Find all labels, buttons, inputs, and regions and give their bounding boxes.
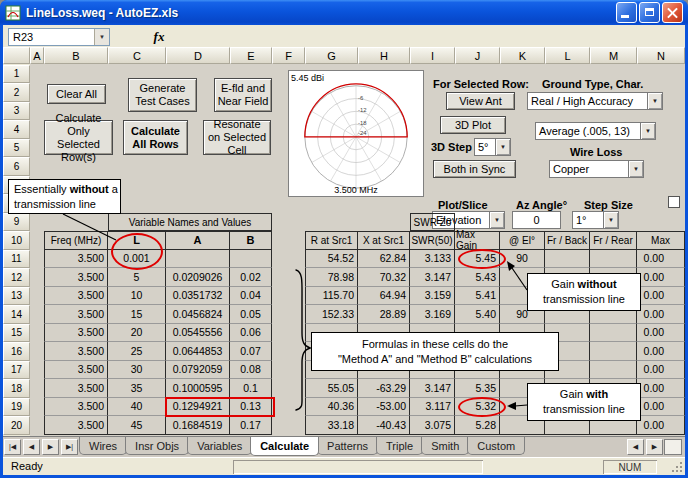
cell-max[interactable]: 0.00 bbox=[637, 268, 685, 287]
cell-swr[interactable]: 3.147 bbox=[410, 268, 455, 287]
cell-r[interactable]: 54.52 bbox=[305, 250, 358, 269]
tab-custom[interactable]: Custom bbox=[467, 437, 525, 455]
row-header-3[interactable]: 3 bbox=[3, 102, 30, 121]
cell-freq[interactable]: 3.500 bbox=[44, 287, 108, 306]
cell-fr[interactable] bbox=[590, 361, 637, 380]
cell-b[interactable]: 0.05 bbox=[230, 305, 272, 324]
chevron-down-icon[interactable]: ▼ bbox=[489, 212, 504, 228]
row-header-10[interactable]: 10 bbox=[3, 231, 30, 250]
name-box[interactable]: R23 ▼ bbox=[8, 28, 110, 46]
cell-l[interactable]: 45 bbox=[108, 416, 166, 435]
cell-max[interactable]: 0.00 bbox=[637, 379, 685, 398]
cell-x[interactable]: 62.84 bbox=[358, 250, 410, 269]
cell-swr[interactable]: 3.169 bbox=[410, 305, 455, 324]
select-all-corner[interactable] bbox=[3, 47, 30, 64]
generate-test-cases-button[interactable]: Generate Test Cases bbox=[128, 78, 197, 112]
column-header-G[interactable]: G bbox=[305, 47, 358, 64]
row-header-4[interactable]: 4 bbox=[3, 120, 30, 139]
row-header-15[interactable]: 15 bbox=[3, 324, 30, 343]
cell-l[interactable]: 5 bbox=[108, 268, 166, 287]
column-header-K[interactable]: K bbox=[500, 47, 545, 64]
cell-b[interactable]: 0.02 bbox=[230, 268, 272, 287]
cell-r[interactable]: 40.36 bbox=[305, 398, 358, 417]
tab-wires[interactable]: Wires bbox=[79, 437, 127, 455]
cell-max[interactable]: 0.00 bbox=[637, 416, 685, 435]
cell-x[interactable]: -63.29 bbox=[358, 379, 410, 398]
step-3d-combo[interactable]: 5° ▼ bbox=[474, 138, 511, 156]
cell-gain[interactable]: 5.41 bbox=[455, 287, 500, 306]
cell-l[interactable]: 20 bbox=[108, 324, 166, 343]
column-header-M[interactable]: M bbox=[590, 47, 637, 64]
cell-a[interactable]: 0.1000595 bbox=[166, 379, 230, 398]
cell-a[interactable] bbox=[166, 250, 230, 269]
restore-button[interactable] bbox=[639, 2, 660, 23]
first-sheet-button[interactable]: |◀ bbox=[4, 439, 21, 455]
cell-el[interactable]: 90 bbox=[500, 250, 545, 269]
ground-char-combo[interactable]: Average (.005, 13) ▼ bbox=[535, 122, 656, 140]
cell-a[interactable]: 0.0644853 bbox=[166, 342, 230, 361]
minimize-button[interactable] bbox=[616, 2, 637, 23]
cell-swr[interactable]: 3.133 bbox=[410, 250, 455, 269]
cell-x[interactable]: -40.43 bbox=[358, 416, 410, 435]
resonate-button[interactable]: Resonate on Selected Cell bbox=[203, 120, 271, 155]
cell-freq[interactable]: 3.500 bbox=[44, 416, 108, 435]
cell-r[interactable]: 115.70 bbox=[305, 287, 358, 306]
cell-r[interactable]: 55.05 bbox=[305, 379, 358, 398]
cell-gain[interactable]: 5.35 bbox=[455, 379, 500, 398]
row-header-12[interactable]: 12 bbox=[3, 268, 30, 287]
cell-max[interactable]: 0.00 bbox=[637, 324, 685, 343]
cell-x[interactable]: 28.89 bbox=[358, 305, 410, 324]
prev-sheet-button[interactable]: ◀ bbox=[23, 439, 40, 455]
cell-freq[interactable]: 3.500 bbox=[44, 324, 108, 343]
cell-b[interactable]: 0.08 bbox=[230, 361, 272, 380]
both-in-sync-button[interactable]: Both in Sync bbox=[433, 160, 516, 178]
cell-max[interactable]: 0.00 bbox=[637, 250, 685, 269]
cell-r[interactable]: 78.98 bbox=[305, 268, 358, 287]
view-ant-button[interactable]: View Ant bbox=[446, 92, 515, 110]
step-size-combo[interactable]: 1° ▼ bbox=[572, 211, 619, 229]
row-header-9[interactable]: 9 bbox=[3, 213, 30, 232]
column-header-B[interactable]: B bbox=[44, 47, 108, 64]
tab-triple[interactable]: Triple bbox=[376, 437, 423, 455]
cell-swr[interactable]: 3.117 bbox=[410, 398, 455, 417]
cell-freq[interactable]: 3.500 bbox=[44, 305, 108, 324]
cell-a[interactable]: 0.0792059 bbox=[166, 361, 230, 380]
cell-fb[interactable] bbox=[545, 250, 590, 269]
cell-a[interactable]: 0.0456824 bbox=[166, 305, 230, 324]
cell-freq[interactable]: 3.500 bbox=[44, 268, 108, 287]
row-header-1[interactable]: 1 bbox=[3, 65, 30, 84]
cell-freq[interactable]: 3.500 bbox=[44, 361, 108, 380]
cell-b[interactable] bbox=[230, 250, 272, 269]
cell-x[interactable]: -53.00 bbox=[358, 398, 410, 417]
cell-freq[interactable]: 3.500 bbox=[44, 379, 108, 398]
cell-a[interactable]: 0.0209026 bbox=[166, 268, 230, 287]
cell-max[interactable]: 0.00 bbox=[637, 305, 685, 324]
row-header-5[interactable]: 5 bbox=[3, 139, 30, 158]
cell-l[interactable]: 35 bbox=[108, 379, 166, 398]
cell-swr[interactable]: 3.159 bbox=[410, 287, 455, 306]
ground-type-combo[interactable]: Real / High Accuracy ▼ bbox=[527, 92, 663, 110]
plot-3d-button[interactable]: 3D Plot bbox=[440, 116, 506, 134]
title-bar[interactable]: LineLoss.weq - AutoEZ.xls bbox=[0, 0, 688, 25]
column-header-J[interactable]: J bbox=[455, 47, 500, 64]
column-header-I[interactable]: I bbox=[410, 47, 455, 64]
column-header-F[interactable]: F bbox=[272, 47, 305, 64]
cell-b[interactable]: 0.04 bbox=[230, 287, 272, 306]
last-sheet-button[interactable]: ▶| bbox=[61, 439, 78, 455]
row-header-13[interactable]: 13 bbox=[3, 287, 30, 306]
cell-l[interactable]: 15 bbox=[108, 305, 166, 324]
cell-fr[interactable] bbox=[590, 250, 637, 269]
cell-b[interactable]: 0.06 bbox=[230, 324, 272, 343]
tab-smith[interactable]: Smith bbox=[421, 437, 469, 455]
tab-calculate[interactable]: Calculate bbox=[250, 437, 319, 456]
cell-a[interactable]: 0.0351732 bbox=[166, 287, 230, 306]
cell-x[interactable]: 70.32 bbox=[358, 268, 410, 287]
cell-r[interactable]: 152.33 bbox=[305, 305, 358, 324]
cell-b[interactable]: 0.1 bbox=[230, 379, 272, 398]
chevron-down-icon[interactable]: ▼ bbox=[495, 139, 510, 155]
clear-all-button[interactable]: Clear All bbox=[47, 84, 106, 104]
cell-swr[interactable]: 3.075 bbox=[410, 416, 455, 435]
row-header-2[interactable]: 2 bbox=[3, 83, 30, 102]
row-header-19[interactable]: 19 bbox=[3, 398, 30, 417]
resize-grip-icon[interactable] bbox=[680, 470, 682, 472]
